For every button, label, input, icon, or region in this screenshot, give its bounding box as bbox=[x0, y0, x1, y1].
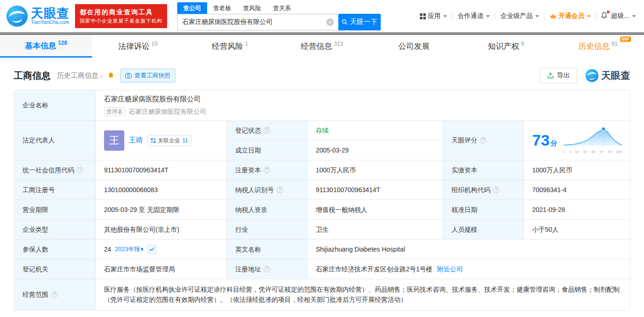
notifications-bell[interactable] bbox=[599, 12, 609, 21]
search-tab-risk[interactable]: 查风险 bbox=[237, 2, 267, 14]
label-text: 组织机构代码 bbox=[452, 185, 490, 195]
history-link-label: 历史工商信息 bbox=[57, 71, 99, 80]
nav-open-membership[interactable]: 开通会员 bbox=[548, 12, 592, 20]
grid-icon bbox=[151, 138, 156, 143]
axis-tick: 1 bbox=[563, 149, 565, 155]
score-marker-pin bbox=[602, 127, 605, 131]
help-icon[interactable]: ? bbox=[264, 266, 270, 272]
tab-count: 61 bbox=[611, 41, 617, 47]
help-icon[interactable]: ? bbox=[493, 187, 499, 193]
table-row: 企业类型 其他股份有限公司(非上市) 行业 卫生 人员规模 小于50人 bbox=[14, 220, 630, 240]
view-snapshot-button[interactable]: 查看工商快照 bbox=[120, 69, 175, 82]
search-input[interactable] bbox=[178, 18, 326, 26]
nav-apps-label: 应用 bbox=[428, 12, 441, 20]
taxpayer-id-label: 纳税人识别号 ? bbox=[227, 180, 307, 200]
table-row: 登记机关 石家庄市市场监督管理局 注册地址 ? 石家庄市经济技术开发区创业路2号… bbox=[14, 259, 630, 279]
label-text: 经营范围 bbox=[23, 290, 48, 299]
score-unit: 分 bbox=[551, 139, 557, 147]
industry-label: 行业 bbox=[227, 220, 307, 240]
related-companies-tag[interactable]: 关联企业 11 bbox=[147, 135, 191, 146]
search-tab-company[interactable]: 查公司 bbox=[177, 2, 207, 14]
company-type-label: 企业类型 bbox=[14, 220, 96, 240]
tab-business-info[interactable]: 经营信息 313 bbox=[276, 35, 368, 58]
label-text: 登记机关 bbox=[23, 264, 48, 274]
nav-enterprise-products[interactable]: 企业级产品 bbox=[499, 12, 541, 20]
export-icon bbox=[547, 72, 554, 79]
search-tab-boss[interactable]: 查老板 bbox=[207, 2, 237, 14]
nav-divider bbox=[452, 13, 453, 19]
nav-cooperation-label: 合作通道 bbox=[458, 12, 483, 20]
tab-count: 128 bbox=[58, 40, 67, 46]
related-count: 11 bbox=[182, 136, 188, 145]
tab-intellectual-property[interactable]: 知识产权 6 bbox=[460, 35, 552, 58]
tab-basic-info[interactable]: 基本信息 128 bbox=[0, 35, 92, 58]
export-button[interactable]: 导出 bbox=[540, 68, 577, 83]
nav-divider bbox=[596, 13, 596, 19]
nav-vip-label: 开通会员 bbox=[558, 12, 584, 20]
help-icon[interactable]: ? bbox=[480, 137, 487, 144]
company-type-cell: 其他股份有限公司(非上市) bbox=[96, 220, 227, 240]
export-label: 导出 bbox=[557, 71, 570, 80]
label-text: 营业期限 bbox=[23, 205, 48, 215]
annual-report-link[interactable]: 2023年报 bbox=[115, 245, 144, 254]
company-name-cell: 石家庄糖尿病医院股份有限公司 曾用名 石家庄糖尿病医院有限公司 bbox=[96, 90, 630, 121]
chevron-down-icon bbox=[587, 15, 591, 18]
help-icon[interactable]: ? bbox=[264, 127, 270, 134]
search-button[interactable]: 天眼一下 bbox=[338, 14, 381, 30]
insured-cell: 24 2023年报 bbox=[96, 240, 227, 259]
vip-badge: VIP bbox=[620, 36, 632, 42]
approval-date-label: 核准日期 bbox=[443, 200, 524, 220]
help-icon[interactable]: ? bbox=[277, 187, 283, 193]
clear-search-icon[interactable]: ✕ bbox=[326, 18, 334, 26]
legal-rep-name-link[interactable]: 王靖 bbox=[129, 135, 143, 146]
tab-company-development[interactable]: 公司发展 bbox=[368, 35, 460, 58]
help-icon[interactable]: ? bbox=[51, 292, 58, 298]
slogan-banner: 都在用的商业查询工具 国家中小企业发展子基金旗下机构 bbox=[75, 4, 167, 29]
monitor-bell-icon[interactable] bbox=[107, 72, 115, 79]
axis-tick: 99 bbox=[608, 149, 612, 155]
tab-label: 公司发展 bbox=[398, 41, 429, 52]
label-text: 注册地址 bbox=[235, 264, 261, 274]
nav-cooperation[interactable]: 合作通道 bbox=[456, 12, 492, 20]
help-icon[interactable]: ? bbox=[264, 167, 270, 173]
search-tab-relation[interactable]: 查关系 bbox=[267, 2, 297, 14]
axis-tick: 3 bbox=[569, 149, 571, 155]
chevron-down-icon bbox=[486, 15, 490, 18]
former-name-tag: 曾用名 bbox=[104, 107, 125, 116]
tab-count: 1 bbox=[245, 41, 248, 47]
establish-date-label: 成立日期 bbox=[227, 141, 307, 160]
approval-date-cell: 2021-09-28 bbox=[524, 200, 630, 220]
paid-capital-cell: 1000万人民币 bbox=[524, 160, 630, 180]
label-text: 企业类型 bbox=[23, 225, 48, 235]
reg-capital-label: 注册资本 ? bbox=[227, 160, 307, 180]
establish-date-cell: 2005-03-29 bbox=[307, 141, 443, 160]
history-business-info-link[interactable]: 历史工商信息 › bbox=[57, 71, 103, 80]
insured-trend-icon[interactable] bbox=[147, 245, 157, 254]
annual-report-label: 2023年报 bbox=[115, 245, 140, 254]
org-code-label: 组织机构代码 ? bbox=[443, 180, 524, 200]
tab-legal-proceedings[interactable]: 法律诉讼 10 bbox=[92, 35, 184, 58]
search-button-label: 天眼一下 bbox=[350, 18, 377, 26]
tab-history-info[interactable]: VIP 历史信息 61 bbox=[552, 35, 644, 58]
help-icon[interactable]: ? bbox=[77, 167, 83, 173]
label-text: 天眼评分 bbox=[452, 135, 477, 145]
business-term-cell: 2005-03-29 至 无固定期限 bbox=[96, 200, 227, 220]
nav-account[interactable]: 超级... bbox=[609, 12, 638, 20]
address: 石家庄市经济技术开发区创业路2号1号楼 bbox=[316, 264, 433, 274]
nav-apps[interactable]: 应用 bbox=[418, 12, 449, 20]
tab-operation-risk[interactable]: 经营风险 1 bbox=[184, 35, 276, 58]
paid-capital-label: 实缴资本 bbox=[443, 160, 524, 180]
label-text: 注册资本 bbox=[235, 165, 261, 175]
search-box: ✕ 天眼一下 bbox=[177, 14, 381, 30]
table-row: 经营范围 ? 医疗服务（按医疗机构执业许可证核定诊疗科目经营，凭许可证核定的范围… bbox=[14, 279, 630, 311]
chevron-down-icon bbox=[443, 15, 447, 18]
establish-date: 2005-03-29 bbox=[316, 146, 349, 155]
legal-rep-avatar[interactable]: 王 bbox=[104, 130, 124, 151]
tianyancha-logo[interactable]: 天眼查 TianYanCha.com bbox=[6, 6, 70, 27]
nearby-companies-link[interactable]: 附近公司 bbox=[437, 264, 463, 274]
company-name: 石家庄糖尿病医院股份有限公司 bbox=[104, 94, 201, 105]
staff-size: 小于50人 bbox=[532, 225, 559, 235]
legal-rep-cell: 王 王靖 关联企业 11 bbox=[96, 121, 227, 160]
label-text: 实缴资本 bbox=[452, 165, 477, 175]
tab-label: 法律诉讼 bbox=[118, 41, 150, 52]
